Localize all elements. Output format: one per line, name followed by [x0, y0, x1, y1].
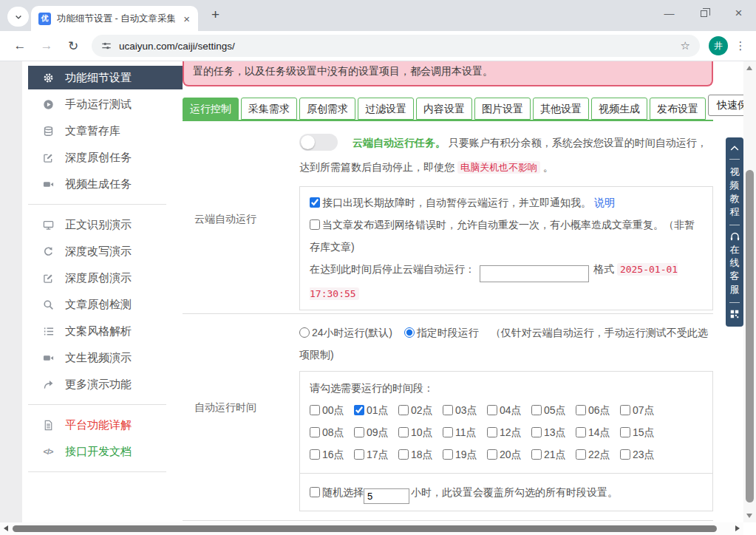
scroll-down-arrow[interactable] — [746, 514, 752, 518]
online-service-link[interactable]: 在线客服 — [729, 243, 740, 296]
scroll-right-arrow[interactable] — [735, 525, 740, 531]
hour-input-22[interactable] — [576, 449, 586, 460]
hour-input-12[interactable] — [487, 427, 497, 437]
address-bar[interactable]: ucaiyun.com/caiji/settings/ ☆ — [92, 35, 700, 57]
window-minimize-button[interactable]: — — [652, 0, 687, 27]
hour-checkbox-10[interactable]: 10点 — [398, 421, 443, 443]
window-restore-button[interactable] — [687, 0, 721, 27]
stop-time-input[interactable] — [480, 265, 589, 282]
window-close-button[interactable]: × — [721, 0, 756, 27]
tab-close-icon[interactable]: × — [181, 13, 192, 25]
sidebar-item-platform-features[interactable]: 平台功能详解 — [22, 412, 183, 438]
hour-checkbox-05[interactable]: 05点 — [531, 399, 576, 421]
tab-other-settings[interactable]: 其他设置 — [533, 98, 589, 120]
hour-input-02[interactable] — [398, 405, 409, 415]
hour-input-17[interactable] — [354, 449, 364, 460]
pause-on-failure-checkbox[interactable]: 接口出现长期故障时，自动暂停云端运行，并立即通知我。 — [310, 197, 591, 208]
hour-checkbox-16[interactable]: 16点 — [310, 443, 354, 466]
tab-filter-settings[interactable]: 过滤设置 — [358, 98, 414, 120]
tab-collection-requirements[interactable]: 采集需求 — [241, 98, 297, 120]
back-button[interactable]: ← — [7, 38, 33, 53]
scroll-up-arrow[interactable] — [746, 66, 752, 70]
forward-button[interactable]: → — [34, 38, 59, 53]
hour-checkbox-22[interactable]: 22点 — [576, 443, 620, 466]
hour-input-21[interactable] — [531, 449, 542, 460]
auto-resend-input[interactable] — [310, 219, 320, 230]
hour-checkbox-02[interactable]: 02点 — [398, 399, 443, 421]
hour-checkbox-21[interactable]: 21点 — [531, 443, 576, 466]
sidebar-item-copywriting-style-analysis[interactable]: 文案风格解析 — [22, 318, 183, 344]
hour-input-13[interactable] — [531, 427, 542, 437]
hour-checkbox-11[interactable]: 11点 — [443, 421, 487, 443]
hour-input-05[interactable] — [531, 405, 542, 415]
hour-checkbox-15[interactable]: 15点 — [620, 421, 664, 443]
hour-input-08[interactable] — [310, 427, 320, 437]
hour-checkbox-17[interactable]: 17点 — [354, 443, 398, 466]
hour-checkbox-01[interactable]: 01点 — [354, 399, 398, 421]
qr-code-icon[interactable] — [729, 309, 740, 319]
browser-menu-icon[interactable]: ⋮ — [732, 39, 749, 52]
site-settings-icon[interactable] — [101, 41, 112, 51]
horizontal-scroll-thumb[interactable] — [13, 525, 717, 532]
hour-input-00[interactable] — [310, 405, 320, 415]
hour-input-03[interactable] — [443, 405, 453, 415]
hour-checkbox-19[interactable]: 19点 — [443, 443, 487, 466]
vertical-scrollbar[interactable] — [743, 61, 756, 522]
sidebar-item-deep-original-task[interactable]: 深度原创任务 — [22, 144, 183, 171]
hour-input-15[interactable] — [620, 427, 630, 437]
radio-custom-period[interactable]: 指定时段运行 — [404, 327, 479, 338]
hour-input-14[interactable] — [576, 427, 586, 437]
sidebar-item-originality-check[interactable]: 文章原创检测 — [22, 291, 183, 318]
radio-24h-input[interactable] — [299, 327, 310, 338]
hour-input-11[interactable] — [443, 427, 453, 437]
hour-checkbox-06[interactable]: 06点 — [576, 399, 620, 421]
hour-input-01[interactable] — [354, 405, 364, 415]
hour-checkbox-20[interactable]: 20点 — [487, 443, 531, 466]
bookmark-star-icon[interactable]: ☆ — [681, 39, 690, 52]
hour-checkbox-03[interactable]: 03点 — [443, 399, 487, 421]
hour-checkbox-09[interactable]: 09点 — [354, 421, 398, 443]
reload-button[interactable]: ↻ — [61, 38, 86, 54]
hour-checkbox-13[interactable]: 13点 — [531, 421, 576, 443]
hour-input-09[interactable] — [354, 427, 364, 437]
radio-custom-input[interactable] — [404, 327, 415, 338]
tab-video-generation[interactable]: 视频生成 — [591, 98, 647, 120]
hour-input-20[interactable] — [487, 449, 497, 460]
url-text[interactable]: ucaiyun.com/caiji/settings/ — [119, 41, 673, 52]
hour-checkbox-23[interactable]: 23点 — [620, 443, 664, 466]
sidebar-item-more-demos[interactable]: 更多演示功能 — [22, 371, 183, 398]
hour-input-06[interactable] — [576, 405, 586, 415]
sidebar-item-video-generation-task[interactable]: 视频生成任务 — [22, 171, 183, 197]
sidebar-item-manual-run-test[interactable]: 手动运行测试 — [22, 91, 183, 117]
explanation-link[interactable]: 说明 — [594, 197, 615, 208]
hour-checkbox-00[interactable]: 00点 — [310, 399, 354, 421]
random-hours-checkbox[interactable]: 随机选择 — [310, 486, 364, 498]
hour-input-16[interactable] — [310, 449, 320, 460]
chevron-up-icon[interactable] — [729, 144, 740, 151]
cloud-auto-run-toggle[interactable] — [299, 134, 338, 151]
tab-search-button[interactable] — [7, 7, 29, 27]
hour-checkbox-18[interactable]: 18点 — [398, 443, 443, 466]
tab-image-settings[interactable]: 图片设置 — [474, 98, 531, 120]
tab-content-settings[interactable]: 内容设置 — [416, 98, 472, 120]
auto-resend-checkbox[interactable]: 当文章发布遇到网络错误时，允许自动重发一次，有小概率造成文章重复。（非暂存库文章… — [310, 219, 695, 253]
sidebar-item-text-to-video-demo[interactable]: 文生视频演示 — [22, 344, 183, 371]
hour-input-04[interactable] — [487, 405, 497, 415]
radio-24h-run[interactable]: 24小时运行(默认) — [299, 327, 392, 338]
hour-input-23[interactable] — [620, 449, 630, 460]
hour-input-19[interactable] — [443, 449, 453, 460]
horizontal-scrollbar[interactable] — [0, 522, 743, 535]
hour-checkbox-14[interactable]: 14点 — [576, 421, 620, 443]
profile-avatar[interactable]: 井 — [709, 36, 728, 55]
hour-input-10[interactable] — [398, 427, 409, 437]
scroll-left-arrow[interactable] — [4, 525, 8, 531]
hour-input-07[interactable] — [620, 405, 630, 415]
hour-checkbox-04[interactable]: 04点 — [487, 399, 531, 421]
pause-on-failure-input[interactable] — [310, 197, 320, 208]
hour-checkbox-12[interactable]: 12点 — [487, 421, 531, 443]
tab-publish-settings[interactable]: 发布设置 — [650, 98, 706, 120]
random-hours-input[interactable] — [364, 488, 409, 504]
random-hours-checkbox-input[interactable] — [310, 487, 320, 497]
video-tutorial-link[interactable]: 视频教程 — [729, 166, 740, 219]
tab-run-control[interactable]: 运行控制 — [183, 98, 239, 120]
